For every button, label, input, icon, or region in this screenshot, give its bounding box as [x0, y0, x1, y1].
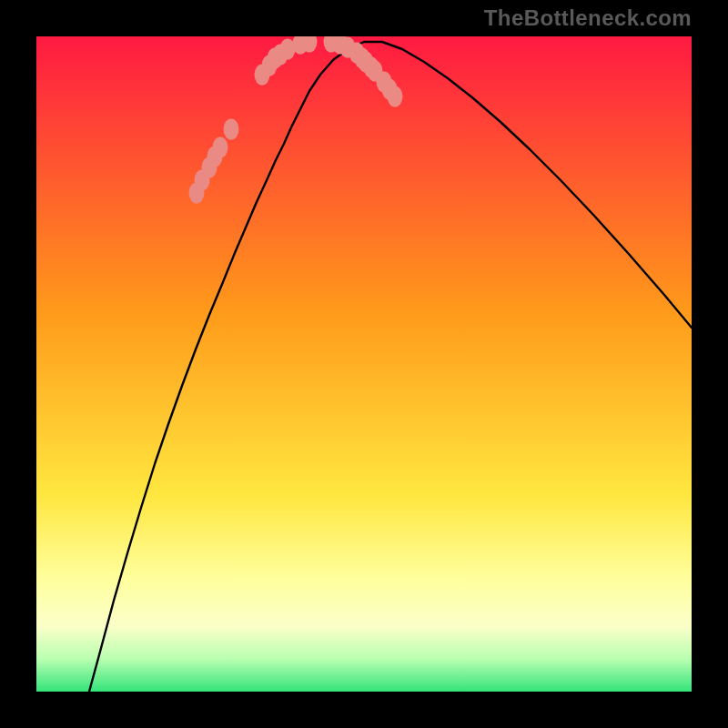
attribution-label: TheBottleneck.com [484, 5, 692, 31]
highlight-dot [224, 119, 239, 140]
chart-frame: TheBottleneck.com [0, 0, 728, 728]
bottleneck-chart [36, 36, 692, 692]
highlight-dot [213, 137, 228, 158]
gradient-background [36, 36, 692, 692]
plot-area [36, 36, 692, 692]
highlight-dot [388, 86, 403, 107]
